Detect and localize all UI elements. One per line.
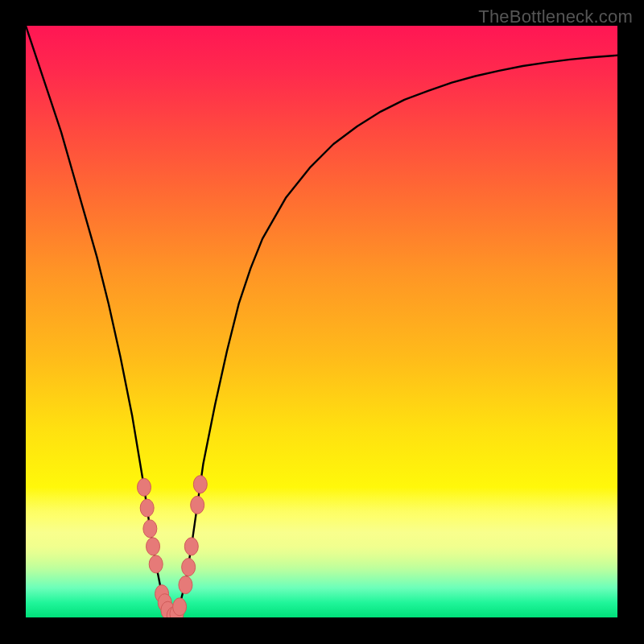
curve-marker (179, 576, 192, 594)
curve-marker (138, 478, 151, 496)
plot-area (26, 26, 617, 617)
curve-marker (147, 538, 160, 555)
curve-marker (173, 598, 187, 616)
curve-marker (149, 555, 163, 573)
curve-marker (184, 538, 198, 555)
curve-marker (193, 476, 207, 493)
curve-markers (138, 476, 208, 617)
curve-marker (140, 499, 154, 517)
curve-marker (182, 559, 196, 576)
bottleneck-curve (26, 26, 617, 617)
chart-frame: TheBottleneck.com (0, 0, 644, 644)
curve-marker (191, 496, 204, 514)
bottleneck-curve-svg (26, 26, 617, 617)
curve-marker (143, 520, 157, 538)
watermark-text: TheBottleneck.com (478, 6, 633, 27)
